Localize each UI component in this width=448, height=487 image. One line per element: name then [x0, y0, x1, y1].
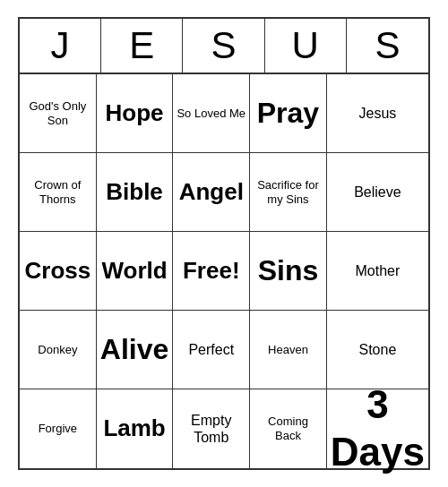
- bingo-cell: Sacrifice for my Sins: [250, 153, 327, 232]
- bingo-cell: Coming Back: [250, 389, 327, 468]
- bingo-card: JESUS God's Only SonHopeSo Loved MePrayJ…: [18, 17, 430, 470]
- bingo-header: JESUS: [20, 19, 428, 74]
- bingo-cell: God's Only Son: [20, 74, 97, 153]
- bingo-cell: Perfect: [173, 311, 250, 389]
- bingo-cell: Sins: [250, 232, 327, 311]
- bingo-cell: Angel: [173, 153, 250, 232]
- bingo-cell: Donkey: [20, 311, 97, 389]
- bingo-cell: So Loved Me: [173, 74, 250, 153]
- header-letter: S: [183, 19, 264, 73]
- bingo-cell: Forgive: [20, 389, 97, 468]
- bingo-cell: Mother: [327, 232, 428, 311]
- header-letter: U: [265, 19, 347, 73]
- bingo-cell: Stone: [327, 311, 428, 389]
- header-letter: S: [347, 19, 428, 73]
- bingo-cell: World: [97, 232, 174, 311]
- bingo-cell: Believe: [327, 153, 428, 232]
- bingo-cell: 3 Days: [327, 389, 428, 468]
- bingo-cell: Cross: [20, 232, 97, 311]
- bingo-cell: Empty Tomb: [173, 389, 250, 468]
- bingo-cell: Alive: [97, 311, 174, 389]
- bingo-cell: Hope: [97, 74, 174, 153]
- bingo-cell: Pray: [250, 74, 327, 153]
- bingo-cell: Jesus: [327, 74, 428, 153]
- bingo-cell: Free!: [173, 232, 250, 311]
- bingo-cell: Lamb: [97, 389, 174, 468]
- header-letter: J: [20, 19, 101, 73]
- header-letter: E: [101, 19, 183, 73]
- bingo-cell: Bible: [97, 153, 174, 232]
- bingo-cell: Heaven: [250, 311, 327, 389]
- bingo-grid: God's Only SonHopeSo Loved MePrayJesusCr…: [20, 74, 428, 468]
- bingo-cell: Crown of Thorns: [20, 153, 97, 232]
